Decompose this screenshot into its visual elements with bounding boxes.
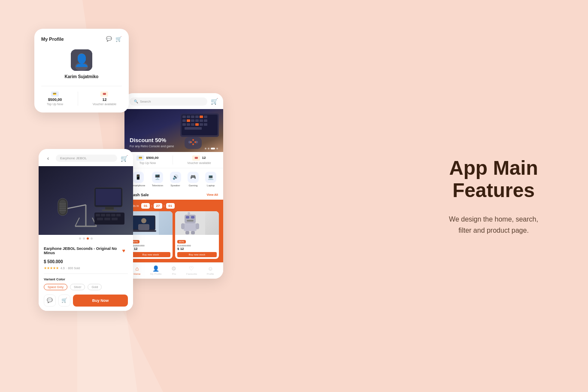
svg-rect-74 xyxy=(185,231,189,234)
svg-rect-72 xyxy=(181,223,185,229)
svg-rect-19 xyxy=(96,189,121,205)
svg-point-56 xyxy=(192,139,194,141)
app-description: We design the home, search,filter and pr… xyxy=(433,214,554,236)
user-nav-label: Profile xyxy=(207,273,214,275)
nav-home[interactable]: ⌂ Home xyxy=(133,265,140,275)
app-main-title: App Main Features xyxy=(433,156,554,202)
svg-point-4 xyxy=(80,56,81,57)
svg-rect-53 xyxy=(185,137,202,149)
product-cart-icon[interactable]: 🛒 xyxy=(121,155,128,162)
svg-rect-13 xyxy=(59,200,66,214)
nav-user[interactable]: ☺ Profile xyxy=(207,265,214,275)
profile-title: My Profile xyxy=(41,36,64,42)
flash-product-1: 80% $ 2.000.000 $ 12 Buy now stock xyxy=(129,211,173,259)
svg-rect-34 xyxy=(182,115,186,118)
home-balance-label: Top Up Now xyxy=(139,161,156,164)
svg-point-58 xyxy=(190,141,192,143)
variant-title: Variant Color xyxy=(44,277,128,281)
svg-point-3 xyxy=(79,54,85,60)
profile-avatar-section: Karim Sujatmiko xyxy=(41,49,122,79)
svg-rect-44 xyxy=(200,119,203,122)
buy-btn-2[interactable]: Buy now stock xyxy=(177,252,217,257)
svg-rect-38 xyxy=(200,115,203,118)
buy-now-button[interactable]: Buy Now xyxy=(73,295,128,307)
timer-row: Ends in 01 : 27 : 01 xyxy=(129,203,219,209)
banner-dot-2 xyxy=(208,148,209,149)
flash-product-1-info: 80% $ 2.000.000 $ 12 Buy now stock xyxy=(129,235,173,259)
variant-gold[interactable]: Gold xyxy=(88,284,102,290)
home-balance-value: $500,00 xyxy=(146,156,158,160)
user-nav-icon: ☺ xyxy=(208,265,213,272)
svg-point-5 xyxy=(82,56,84,57)
banner-title: Discount 50% xyxy=(130,137,174,144)
product-image-svg xyxy=(39,166,133,235)
flash-price-1: $ 12 xyxy=(131,247,170,251)
favorite-button[interactable]: ♥ xyxy=(119,246,128,255)
nav-profile[interactable]: 👤 My Profile xyxy=(150,265,162,275)
star-rating: ★★★★★ xyxy=(44,266,59,270)
category-gaming[interactable]: 🎮 Gaming xyxy=(188,172,199,187)
svg-rect-40 xyxy=(182,119,186,122)
svg-rect-30 xyxy=(112,218,118,220)
home-search-bar[interactable]: 🔍 Search xyxy=(130,97,207,106)
svg-rect-28 xyxy=(97,218,103,220)
product-rating: ★★★★★ 4.9 · 800 Sold xyxy=(44,266,128,270)
back-button[interactable]: ‹ xyxy=(44,154,52,163)
product-phone: ‹ Earphone JEBOL 🛒 xyxy=(39,149,133,311)
smartphone-icon: 📱 xyxy=(133,172,144,183)
svg-rect-35 xyxy=(187,115,190,118)
flash-price-2: $ 12 xyxy=(177,247,217,251)
svg-point-2 xyxy=(75,62,88,71)
dot-4 xyxy=(91,237,93,240)
view-all-button[interactable]: View All xyxy=(207,193,218,196)
discount-badge-2: 80% xyxy=(177,240,186,243)
home-balance-icon-row: 💳 $500,00 xyxy=(136,155,158,161)
search-icon: 🔍 xyxy=(134,100,138,103)
product-search-bar[interactable]: Earphone JEBOL xyxy=(56,155,117,162)
svg-rect-36 xyxy=(191,115,194,118)
flash-sale-header: Flash Sale View All xyxy=(124,190,223,200)
timer-minutes: 27 xyxy=(154,203,162,209)
balance-label: Top Up Now xyxy=(47,103,63,106)
category-speaker[interactable]: 🔊 Speaker xyxy=(170,172,181,187)
pro-nav-icon: ⚙ xyxy=(171,265,176,272)
category-smartphone[interactable]: 📱 Smartphone xyxy=(131,172,145,187)
svg-rect-75 xyxy=(191,231,195,234)
home-voucher-label: Voucher available xyxy=(187,161,211,164)
cart-icon[interactable]: 🛒 xyxy=(115,36,122,43)
svg-rect-67 xyxy=(185,215,196,223)
profile-header: My Profile 💬 🛒 xyxy=(41,36,122,43)
svg-point-57 xyxy=(192,143,194,145)
chat-icon[interactable]: 💬 xyxy=(106,36,112,43)
category-television[interactable]: 🖥️ Television xyxy=(152,172,163,187)
svg-rect-70 xyxy=(187,220,194,222)
svg-rect-21 xyxy=(102,210,117,211)
message-button[interactable]: 💬 xyxy=(44,295,56,307)
nav-favourite[interactable]: ♡ Favourite xyxy=(186,265,197,275)
home-wallet-icon: 💳 xyxy=(136,155,144,161)
svg-rect-39 xyxy=(204,115,207,118)
category-laptop[interactable]: 💻 Laptop xyxy=(205,172,216,187)
variant-silver[interactable]: Silver xyxy=(70,284,85,290)
profile-name: Karim Sujatmiko xyxy=(65,74,99,79)
svg-rect-23 xyxy=(96,214,100,216)
cart-add-button[interactable]: 🛒 xyxy=(58,295,70,307)
svg-rect-69 xyxy=(191,216,194,219)
svg-point-1 xyxy=(78,53,85,61)
home-voucher-stat: 🎟️ 12 Voucher available xyxy=(187,155,211,164)
svg-point-63 xyxy=(141,218,146,223)
svg-rect-20 xyxy=(105,207,114,210)
product-phone-header: ‹ Earphone JEBOL 🛒 xyxy=(39,149,133,166)
voucher-stat: 🎟️ 12 Voucher available xyxy=(93,91,116,106)
gaming-icon: 🎮 xyxy=(188,172,199,183)
profile-phone: My Profile 💬 🛒 xyxy=(34,29,129,112)
home-cart-icon[interactable]: 🛒 xyxy=(211,98,218,105)
dot-2 xyxy=(83,237,85,240)
buy-btn-1[interactable]: Buy now stock xyxy=(131,252,170,257)
variant-space-grey[interactable]: Space Grey xyxy=(44,284,67,290)
nav-pro[interactable]: ⚙ Pro xyxy=(171,265,176,275)
voucher-icon: 🎟️ xyxy=(100,91,108,97)
product-info: Earphone JEBOL Seconds - Original No Min… xyxy=(39,242,133,311)
svg-rect-52 xyxy=(185,127,202,130)
balance-stat: 💳 $500,00 Top Up Now xyxy=(47,91,63,106)
